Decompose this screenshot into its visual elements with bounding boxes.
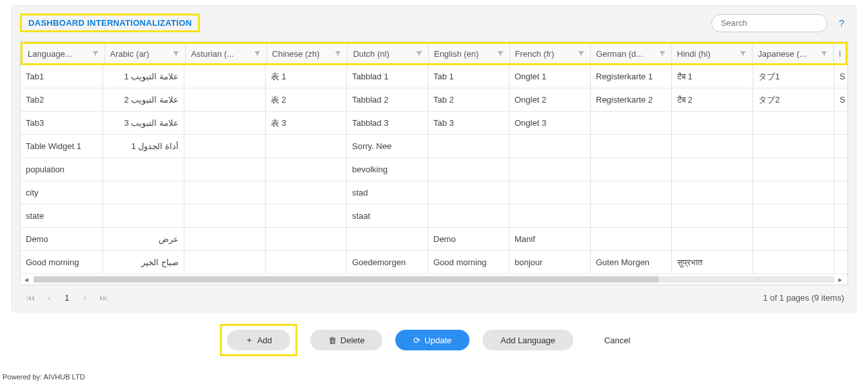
table-row[interactable]: populationbevolking bbox=[21, 158, 847, 181]
cell-fr[interactable]: Onglet 3 bbox=[509, 112, 591, 134]
cell-nl[interactable]: staat bbox=[347, 205, 428, 227]
cell-en[interactable]: Tab 3 bbox=[428, 112, 509, 134]
search-box[interactable] bbox=[711, 14, 827, 32]
cell-p[interactable]: S bbox=[834, 88, 846, 111]
cell-ja[interactable]: タブ2 bbox=[753, 88, 834, 111]
cell-fr[interactable]: Onglet 2 bbox=[509, 88, 591, 111]
col-arabic[interactable]: Arabic (ar) bbox=[105, 44, 186, 63]
cell-hi[interactable] bbox=[672, 135, 753, 157]
cell-p[interactable] bbox=[834, 112, 846, 134]
cell-ja[interactable] bbox=[753, 228, 834, 250]
col-chinese[interactable]: Chinese (zh) bbox=[267, 44, 348, 63]
cell-language[interactable]: Good morning bbox=[21, 251, 103, 274]
cell-hi[interactable] bbox=[672, 158, 753, 181]
cell-p[interactable] bbox=[834, 181, 846, 204]
col-english[interactable]: English (en) bbox=[429, 44, 510, 63]
col-hindi[interactable]: Hindi (hi) bbox=[672, 44, 753, 63]
cell-ast[interactable] bbox=[184, 158, 266, 181]
cell-ja[interactable] bbox=[753, 181, 834, 204]
cell-de[interactable] bbox=[591, 228, 672, 250]
cell-fr[interactable] bbox=[509, 158, 591, 181]
cell-ar[interactable] bbox=[103, 158, 184, 181]
cell-nl[interactable]: Tabblad 2 bbox=[347, 88, 428, 111]
pager-first-icon[interactable]: ⏮ bbox=[24, 292, 37, 304]
cell-zh[interactable] bbox=[266, 205, 347, 227]
cell-fr[interactable]: Manif bbox=[509, 228, 591, 250]
cell-en[interactable] bbox=[428, 205, 509, 227]
cell-en[interactable] bbox=[428, 135, 509, 157]
cell-ar[interactable]: علامة التبويب 1 bbox=[103, 65, 184, 88]
cell-ast[interactable] bbox=[184, 135, 266, 157]
cell-hi[interactable]: टैब 2 bbox=[672, 88, 753, 111]
cell-p[interactable] bbox=[834, 251, 846, 274]
filter-icon[interactable] bbox=[658, 50, 666, 57]
filter-icon[interactable] bbox=[253, 50, 261, 57]
cell-nl[interactable] bbox=[347, 228, 428, 250]
search-input[interactable] bbox=[721, 18, 829, 28]
cell-en[interactable] bbox=[428, 158, 509, 181]
cell-language[interactable]: state bbox=[21, 205, 103, 227]
filter-icon[interactable] bbox=[92, 50, 99, 57]
help-icon[interactable]: ? bbox=[839, 17, 844, 28]
cell-nl[interactable]: Tabblad 3 bbox=[347, 112, 428, 134]
cell-de[interactable]: Guten Morgen bbox=[591, 251, 672, 274]
cell-zh[interactable]: 表 3 bbox=[266, 112, 347, 134]
cell-language[interactable]: Tab1 bbox=[21, 65, 103, 88]
cell-language[interactable]: city bbox=[21, 181, 103, 204]
cell-ast[interactable] bbox=[184, 228, 266, 250]
cell-nl[interactable]: Sorry. Nee bbox=[347, 135, 428, 157]
filter-icon[interactable] bbox=[172, 50, 180, 57]
col-french[interactable]: French (fr) bbox=[510, 44, 591, 63]
cell-ar[interactable]: عرض bbox=[103, 228, 184, 250]
delete-button[interactable]: 🗑 Delete bbox=[310, 330, 383, 350]
filter-icon[interactable] bbox=[415, 50, 423, 57]
add-button[interactable]: ＋ Add bbox=[227, 330, 290, 350]
cell-en[interactable]: Demo bbox=[428, 228, 509, 250]
filter-icon[interactable] bbox=[497, 50, 504, 57]
col-overflow[interactable]: P bbox=[834, 44, 845, 63]
cell-zh[interactable] bbox=[266, 158, 347, 181]
cell-p[interactable] bbox=[834, 205, 846, 227]
cancel-button[interactable]: Cancel bbox=[586, 330, 648, 350]
cell-ast[interactable] bbox=[184, 112, 266, 134]
pager-prev-icon[interactable]: ‹ bbox=[45, 292, 53, 304]
cell-nl[interactable]: stad bbox=[347, 181, 428, 204]
cell-p[interactable] bbox=[834, 135, 846, 157]
col-language[interactable]: Language... bbox=[23, 44, 105, 63]
cell-p[interactable] bbox=[834, 228, 846, 250]
scroll-track[interactable] bbox=[34, 276, 834, 283]
cell-ast[interactable] bbox=[184, 251, 266, 274]
pager-next-icon[interactable]: › bbox=[81, 292, 89, 304]
cell-hi[interactable] bbox=[672, 181, 753, 204]
filter-icon[interactable] bbox=[739, 50, 747, 57]
cell-de[interactable] bbox=[591, 158, 672, 181]
cell-en[interactable]: Good morning bbox=[428, 251, 509, 274]
cell-ar[interactable]: صباح الخير bbox=[103, 251, 184, 274]
cell-hi[interactable] bbox=[672, 205, 753, 227]
cell-ast[interactable] bbox=[184, 88, 266, 111]
add-language-button[interactable]: Add Language bbox=[482, 330, 573, 350]
table-row[interactable]: Tab3علامة التبويب 3表 3Tabblad 3Tab 3Ongl… bbox=[21, 112, 847, 135]
table-row[interactable]: DemoعرضDemoManif bbox=[21, 228, 847, 251]
cell-ast[interactable] bbox=[184, 181, 266, 204]
cell-ja[interactable] bbox=[753, 112, 834, 134]
cell-ja[interactable] bbox=[753, 135, 834, 157]
col-asturian[interactable]: Asturian (... bbox=[186, 44, 267, 63]
pager-current[interactable]: 1 bbox=[61, 292, 73, 304]
cell-ar[interactable]: علامة التبويب 2 bbox=[103, 88, 184, 111]
cell-ar[interactable] bbox=[103, 181, 184, 204]
col-dutch[interactable]: Dutch (nl) bbox=[348, 44, 429, 63]
table-row[interactable]: Table Widget 1أداة الجدول 1Sorry. Nee bbox=[21, 135, 847, 158]
cell-language[interactable]: Table Widget 1 bbox=[21, 135, 103, 157]
cell-en[interactable]: Tab 2 bbox=[428, 88, 509, 111]
scroll-right-icon[interactable]: ► bbox=[837, 276, 845, 283]
cell-de[interactable] bbox=[591, 205, 672, 227]
table-row[interactable]: statestaat bbox=[21, 205, 847, 228]
cell-de[interactable]: Registerkarte 1 bbox=[591, 65, 672, 88]
cell-fr[interactable]: Onglet 1 bbox=[509, 65, 591, 88]
cell-hi[interactable] bbox=[672, 228, 753, 250]
cell-p[interactable]: S bbox=[834, 65, 846, 88]
cell-nl[interactable]: Goedemorgen bbox=[347, 251, 428, 274]
update-button[interactable]: ⟳ Update bbox=[395, 330, 469, 350]
cell-ja[interactable] bbox=[753, 205, 834, 227]
